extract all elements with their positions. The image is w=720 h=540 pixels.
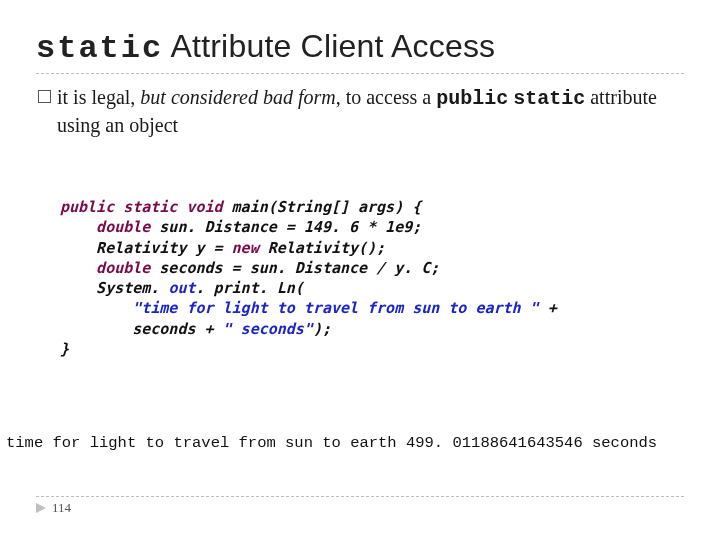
code-l5-fld: out [168,279,195,297]
code-l6-b: + [539,299,557,317]
svg-marker-0 [36,503,46,513]
code-l1-kw: public static void [60,198,232,216]
bullet-text: it is legal, but considered bad form, to… [57,84,684,139]
code-l7-a: seconds + [60,320,223,338]
code-l7-str: " seconds" [223,320,313,338]
code-l3-a: Relativity y = [60,239,232,257]
code-l3-c: Relativity(); [268,239,385,257]
bullet-frag-1: it is legal, [57,86,140,108]
code-l4-kw: double [60,259,159,277]
slide-title: static Attribute Client Access [36,28,684,67]
code-l1-b: main(String[] args) { [232,198,422,216]
square-bullet-icon [38,90,51,103]
code-l2-b: sun. Distance = 149. 6 * 1e9; [159,218,421,236]
bullet-item: it is legal, but considered bad form, to… [36,84,684,139]
code-l7-b: ); [313,320,331,338]
title-rest: Attribute Client Access [163,28,495,64]
code-block: public static void main(String[] args) {… [60,197,684,359]
bullet-kw-static: static [513,87,585,110]
bullet-frag-3: , to access a [336,86,437,108]
page-number: 114 [52,500,71,516]
code-l2-kw: double [60,218,159,236]
code-l5-a: System. [60,279,168,297]
title-keyword: static [36,30,163,67]
bullet-frag-italic: but considered bad form [140,86,335,108]
code-l8: } [60,340,69,358]
slide: static Attribute Client Access it is leg… [0,0,720,540]
bullet-kw-public: public [436,87,508,110]
title-divider [36,73,684,74]
code-l5-b: . print. Ln( [195,279,303,297]
code-l4-b: seconds = sun. Distance / y. C; [159,259,439,277]
footer-divider [36,496,684,497]
program-output: time for light to travel from sun to ear… [0,434,720,452]
code-l6-str: "time for light to travel from sun to ea… [60,299,539,317]
page-number-wrap: 114 [36,500,71,516]
play-icon [36,503,46,513]
code-l3-kw: new [232,239,268,257]
